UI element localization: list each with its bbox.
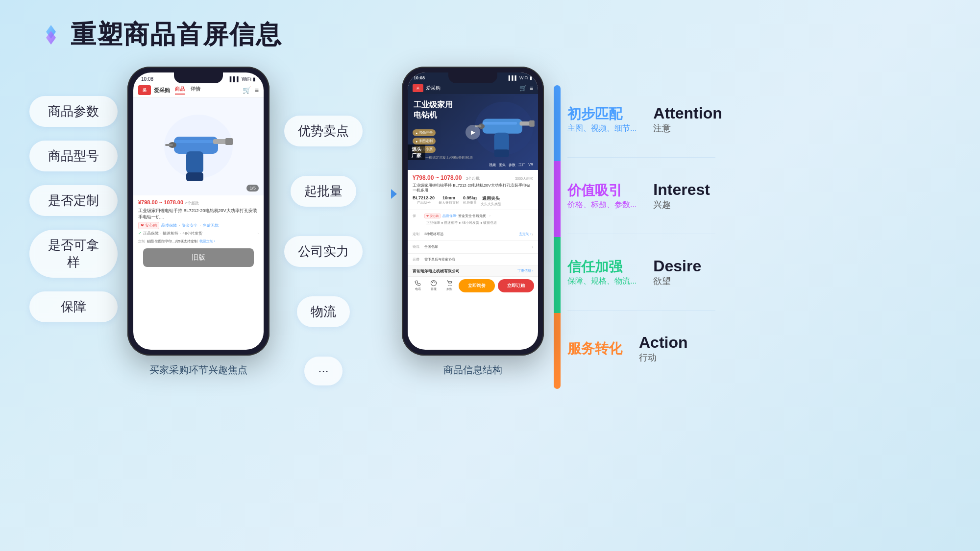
aida-cn-sub-interest: 价格、标题、参数... — [567, 200, 637, 210]
rp-section-customize: 定制 2种规格可选 去定制 › › — [408, 228, 538, 241]
rp-app-header: 采 爱采购 🛒 ≡ — [408, 82, 538, 94]
label-pill-guarantee: 保障 — [29, 291, 118, 322]
label-pill-custom: 是否定制 — [29, 185, 118, 216]
label-pill-param: 商品参数 — [29, 96, 118, 127]
rp-subtext: 一机搞定混凝土/钢板/瓷砖/砖墙 — [425, 155, 473, 160]
svg-rect-16 — [529, 120, 535, 127]
product-image-left — [157, 105, 240, 188]
add-cart-icon — [446, 280, 453, 287]
app-logo-left: 采 — [138, 85, 151, 95]
rp-section-logistics: 物流 全国包邮 › — [408, 241, 538, 254]
phone-notch-left — [174, 72, 223, 83]
rp-inquiry-button[interactable]: 立即询价 — [459, 279, 495, 292]
aida-sidebar: 初步匹配 主图、视频、细节... Attention 注意 价值吸引 价格、标题… — [554, 81, 722, 389]
middle-pill-minorder: 起批量 — [291, 176, 356, 207]
rp-service-button[interactable]: 客服 — [427, 280, 440, 291]
customize-link-left[interactable]: 我要定制 › — [199, 239, 215, 244]
tab-detail[interactable]: 详情 — [191, 86, 200, 95]
rp-company-name: 富佑瑞尔电之机械有限公司 — [413, 268, 460, 274]
rp-battery-icon: ▮ — [530, 75, 532, 80]
middle-pill-logistics: 物流 — [297, 296, 350, 327]
rp-status-time: 10:08 — [414, 75, 425, 80]
anx-tag-left: ❤ 安心购 — [138, 222, 159, 229]
rp-banner: 工业级家用电钻机 — [408, 94, 538, 170]
rp-cart-icon[interactable]: 🛒 — [519, 85, 527, 92]
aida-sections-col: 初步匹配 主图、视频、细节... Attention 注意 价值吸引 价格、标题… — [561, 81, 722, 386]
rp-play-button[interactable]: ▶ — [466, 125, 480, 140]
aida-en-sub-attention: 注意 — [653, 122, 722, 134]
svg-rect-6 — [186, 151, 203, 173]
aida-item-action: 服务转化 Action 行动 — [561, 311, 722, 386]
rp-app-name: 爱采购 — [426, 85, 441, 92]
rp-section-shipping: 运费 需下单后与卖家协商 — [408, 254, 538, 266]
rp-spec-model: BL7212-20 产品型号 — [413, 195, 435, 207]
middle-pill-more: ··· — [304, 357, 343, 385]
middle-pill-company: 公司实力 — [284, 236, 363, 267]
app-header-left: 采 爱采购 商品 详情 🛒 ≡ — [133, 83, 264, 97]
rp-price-note: 2个起批 — [466, 176, 480, 181]
rp-feature-tag-2: ● 来图定制 — [413, 138, 436, 144]
aida-en-sub-desire: 欲望 — [653, 275, 701, 287]
svg-rect-10 — [165, 144, 173, 146]
right-phone-mockup: 10:08 ▌▌▌ WiFi ▮ 采 爱采购 🛒 ≡ — [402, 67, 544, 356]
phone-call-icon — [415, 280, 421, 287]
old-version-button[interactable]: 旧版 — [143, 248, 254, 267]
menu-icon[interactable]: ≡ — [255, 86, 259, 94]
right-phone-caption: 商品信息结构 — [443, 363, 502, 377]
app-header-icons-left: 🛒 ≡ — [243, 86, 259, 94]
aida-cn-title-attention: 初步匹配 — [567, 105, 637, 123]
tab-product[interactable]: 商品 — [175, 86, 185, 95]
aida-bar-desire — [554, 237, 561, 313]
rp-nav-images[interactable]: 图集 — [499, 163, 506, 168]
rp-logistics-arrow: › — [532, 244, 533, 250]
left-labels-panel: 商品参数 商品型号 是否定制 是否可拿样 保障 — [29, 96, 118, 322]
rp-spec-size: 10mm 最大夹持直径 — [439, 195, 459, 207]
arrow-container — [368, 184, 397, 204]
product-title-left: 工业级家用锂电钻手持 BL7212-20电钻机20V大功率打孔安装手电钻一机..… — [138, 208, 259, 220]
rp-nav-vr[interactable]: VR — [528, 163, 533, 168]
customer-service-icon — [430, 280, 437, 287]
rp-phone-button[interactable]: 电话 — [412, 280, 424, 291]
rp-logo: 采 — [413, 84, 423, 92]
aida-en-title-action: Action — [639, 334, 688, 352]
svg-rect-7 — [186, 172, 203, 181]
app-tabs-left: 商品 详情 — [175, 86, 200, 95]
rp-menu-icon[interactable]: ≡ — [530, 85, 533, 92]
aida-cn-title-action: 服务转化 — [567, 339, 622, 358]
main-content: 商品参数 商品型号 是否定制 是否可拿样 保障 10:08 ▌▌▌ WiFi ▮ — [0, 67, 980, 389]
svg-rect-3 — [174, 137, 218, 154]
product-image-area-left: 1/5 — [133, 97, 264, 195]
aida-en-title-desire: Desire — [653, 257, 701, 275]
rp-nav-factory[interactable]: 工厂 — [518, 163, 525, 168]
svg-marker-12 — [391, 189, 397, 199]
rp-product-title: 工业级家用锂电钻手持 BL7212-20电钻机20V大功率打孔安装手电钻一机多用 — [413, 183, 533, 193]
rp-purchase-button[interactable]: 加购 — [443, 280, 456, 291]
quality-tag-left: 品质保障 — [161, 223, 177, 228]
rp-banner-drill — [472, 96, 536, 162]
rp-customize-link[interactable]: 去定制 › — [519, 232, 531, 237]
label-pill-model: 商品型号 — [29, 141, 118, 171]
svg-rect-8 — [174, 140, 213, 143]
product-info-left: ¥798.00 ~ 1078.00 2个起批 工业级家用锂电钻手持 BL7212… — [133, 195, 264, 274]
svg-rect-21 — [483, 122, 517, 124]
rp-nav-video[interactable]: 视频 — [489, 163, 496, 168]
rp-header-icons: 🛒 ≡ — [519, 85, 533, 92]
svg-point-22 — [431, 281, 436, 286]
svg-point-23 — [448, 285, 449, 286]
status-icons-left: ▌▌▌ WiFi ▮ — [230, 76, 256, 82]
cart-icon[interactable]: 🛒 — [243, 86, 251, 94]
wifi-icon: WiFi — [242, 76, 251, 82]
middle-labels-panel: 优势卖点 起批量 公司实力 物流 ··· — [284, 116, 363, 385]
rp-order-button[interactable]: 立即订购 — [498, 279, 534, 292]
rp-nav-params[interactable]: 参数 — [509, 163, 515, 168]
battery-icon: ▮ — [253, 76, 256, 82]
aida-cn-title-desire: 信任加强 — [567, 258, 637, 276]
rp-source-label: 源头厂家 — [408, 144, 425, 160]
page-header: 重塑商品首屏信息 — [0, 0, 980, 62]
aida-en-sub-action: 行动 — [639, 352, 688, 363]
svg-rect-5 — [225, 138, 233, 145]
right-arrow-icon — [368, 184, 397, 204]
rp-store-info[interactable]: 丁惠信息 › — [517, 268, 533, 273]
product-tags-left: ❤ 安心购 品质保障 · 资金安全 · 售后无忧 — [138, 222, 259, 229]
after-tag-left: 售后无忧 — [203, 223, 219, 228]
